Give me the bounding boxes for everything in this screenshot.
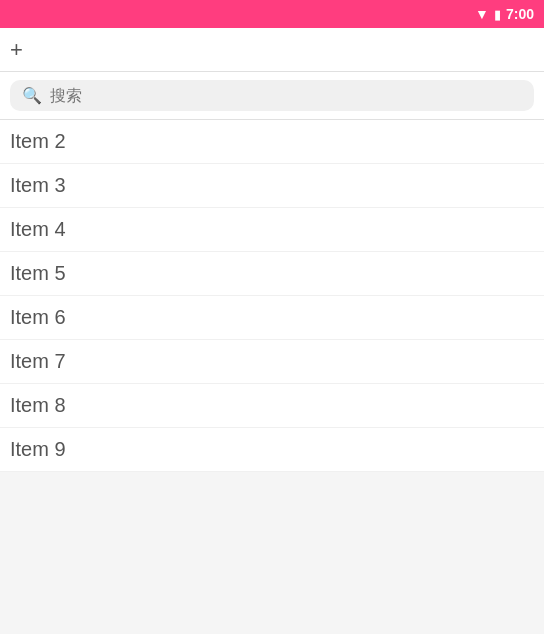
list-item[interactable]: Item 7 xyxy=(0,340,544,384)
battery-icon: ▮ xyxy=(494,7,501,22)
status-bar: ▼ ▮ 7:00 xyxy=(0,0,544,28)
list-item[interactable]: Item 9 xyxy=(0,428,544,472)
list-item[interactable]: Item 5 xyxy=(0,252,544,296)
list-item[interactable]: Item 3 xyxy=(0,164,544,208)
search-input[interactable] xyxy=(50,87,522,105)
toolbar: + xyxy=(0,28,544,72)
search-bar[interactable]: 🔍 xyxy=(10,80,534,111)
search-icon: 🔍 xyxy=(22,86,42,105)
wifi-icon: ▼ xyxy=(475,6,489,22)
list-item[interactable]: Item 6 xyxy=(0,296,544,340)
list-item[interactable]: Item 2 xyxy=(0,120,544,164)
list-item[interactable]: Item 8 xyxy=(0,384,544,428)
status-icons: ▼ ▮ 7:00 xyxy=(475,6,534,22)
list-item[interactable]: Item 4 xyxy=(0,208,544,252)
status-time: 7:00 xyxy=(506,6,534,22)
list-container: Item 2Item 3Item 4Item 5Item 6Item 7Item… xyxy=(0,120,544,472)
search-bar-container: 🔍 xyxy=(0,72,544,120)
add-button[interactable]: + xyxy=(10,37,23,63)
